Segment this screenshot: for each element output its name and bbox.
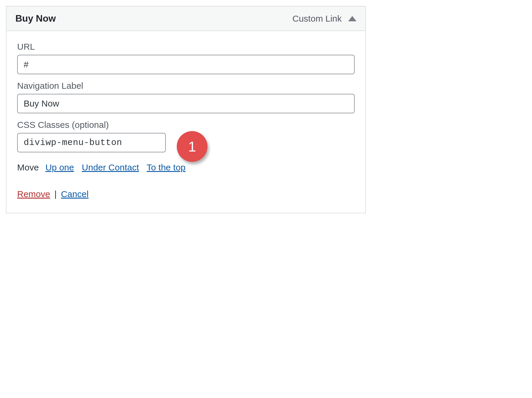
remove-link[interactable]: Remove — [17, 189, 50, 199]
action-row: Remove | Cancel — [17, 189, 355, 199]
nav-label-label: Navigation Label — [17, 81, 355, 91]
url-label: URL — [17, 42, 355, 52]
menu-item-type-wrap: Custom Link — [292, 14, 356, 24]
css-classes-field-group: CSS Classes (optional) 1 — [17, 120, 355, 152]
annotation-badge-number: 1 — [188, 138, 196, 155]
move-row: Move Up one Under Contact To the top — [17, 162, 355, 173]
css-classes-label: CSS Classes (optional) — [17, 120, 355, 130]
menu-item-type-label: Custom Link — [292, 14, 342, 24]
cancel-link[interactable]: Cancel — [61, 189, 88, 199]
menu-item-body: URL Navigation Label CSS Classes (option… — [7, 31, 365, 213]
move-to-top-link[interactable]: To the top — [147, 162, 186, 172]
menu-item-panel: Buy Now Custom Link URL Navigation Label… — [6, 6, 366, 213]
annotation-badge: 1 — [177, 131, 207, 162]
url-field-group: URL — [17, 42, 355, 74]
css-classes-row: 1 — [17, 133, 355, 152]
move-up-one-link[interactable]: Up one — [46, 162, 74, 172]
move-label: Move — [17, 162, 39, 172]
css-classes-input[interactable] — [17, 133, 166, 152]
move-under-contact-link[interactable]: Under Contact — [82, 162, 139, 172]
url-input[interactable] — [17, 55, 355, 74]
css-input-wrap — [17, 133, 166, 152]
nav-label-field-group: Navigation Label — [17, 81, 355, 113]
action-separator: | — [54, 189, 57, 199]
menu-item-title: Buy Now — [15, 13, 56, 24]
nav-label-input[interactable] — [17, 94, 355, 113]
svg-marker-0 — [348, 16, 356, 21]
chevron-up-icon — [348, 16, 356, 21]
menu-item-header[interactable]: Buy Now Custom Link — [7, 7, 365, 31]
